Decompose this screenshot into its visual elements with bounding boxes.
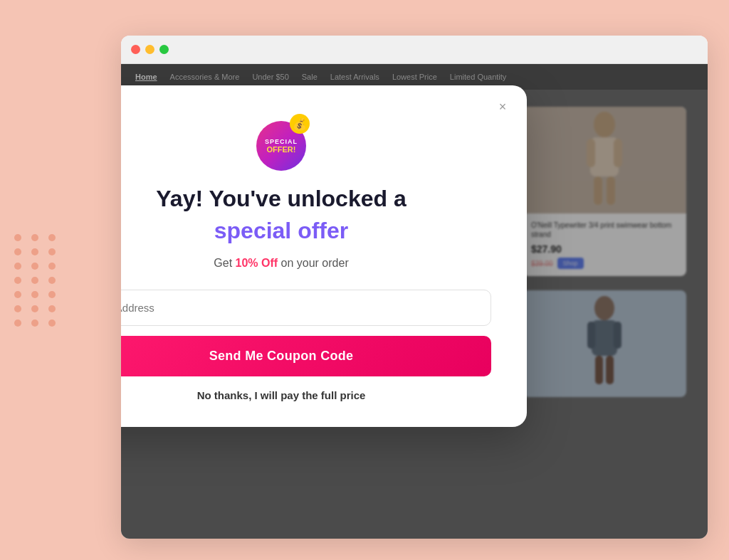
dot <box>14 291 21 298</box>
traffic-light-yellow[interactable] <box>145 45 154 54</box>
badge-star: 💰 <box>290 114 310 134</box>
dot <box>48 291 56 298</box>
description-prefix: Get <box>214 257 235 269</box>
modal-subheadline: special offer <box>121 218 491 244</box>
dot <box>48 248 56 255</box>
dot <box>14 305 21 312</box>
modal-description: Get 10% Off on your order <box>121 257 491 270</box>
send-coupon-button[interactable]: Send Me Coupon Code <box>121 336 491 376</box>
traffic-light-green[interactable] <box>159 45 169 54</box>
dot <box>31 319 38 327</box>
dot <box>48 277 56 284</box>
email-input[interactable] <box>121 290 491 326</box>
dot <box>31 291 38 298</box>
dot <box>31 305 38 312</box>
dots-decoration <box>14 234 58 327</box>
description-suffix: on your order <box>278 257 349 269</box>
dot <box>48 305 56 312</box>
dot <box>48 263 56 270</box>
dot <box>14 277 21 284</box>
offer-badge: SPECIAL OFFER! 💰 <box>253 114 310 171</box>
modal-headline: Yay! You've unlocked a <box>121 185 491 212</box>
no-thanks-link[interactable]: No thanks, I will pay the full price <box>197 389 366 401</box>
close-button[interactable]: × <box>493 97 513 117</box>
dot <box>31 263 38 270</box>
dot <box>14 234 21 241</box>
dot <box>48 319 56 327</box>
browser-chrome <box>121 36 708 64</box>
modal: × SPECIAL OFFER! 💰 Yay! You've unlocked … <box>121 85 527 427</box>
star-emoji: 💰 <box>293 117 307 131</box>
dot <box>14 263 21 270</box>
badge-special-text: SPECIAL <box>265 138 298 145</box>
traffic-light-red[interactable] <box>131 45 140 54</box>
dot <box>14 319 21 327</box>
modal-overlay: × SPECIAL OFFER! 💰 Yay! You've unlocked … <box>121 64 708 539</box>
discount-text: 10% Off <box>236 257 278 269</box>
badge-offer-text: OFFER! <box>267 145 296 154</box>
dot <box>31 277 38 284</box>
dot <box>48 234 56 241</box>
browser-content: Home Accessories & More Under $50 Sale L… <box>121 64 708 539</box>
dot <box>31 248 38 255</box>
browser-window: Home Accessories & More Under $50 Sale L… <box>121 36 708 539</box>
dot <box>31 234 38 241</box>
dot <box>14 248 21 255</box>
